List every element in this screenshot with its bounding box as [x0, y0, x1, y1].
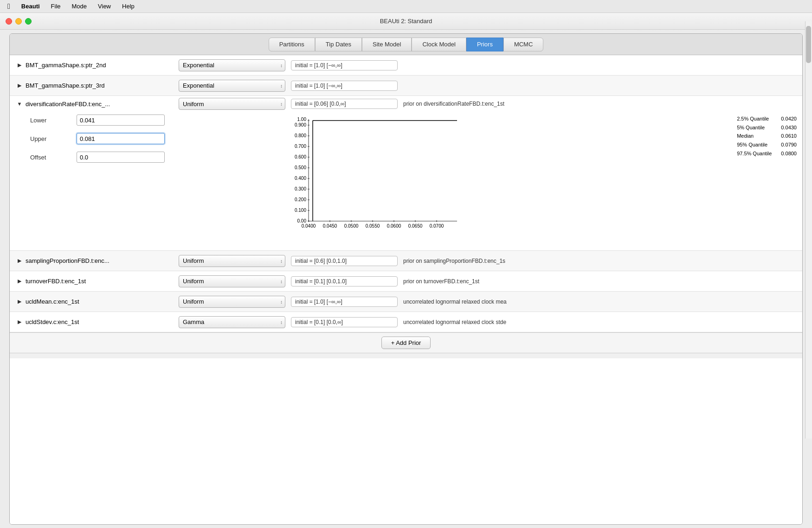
prior-desc-3: prior on diversificationRateFBD.t:enc_1s… [403, 101, 797, 107]
prior-distribution-3[interactable]: Uniform [179, 98, 285, 110]
stat-2.5: 2.5% Quantile 0.0420 [737, 115, 797, 123]
prior-row-2: BMT_gammaShape.s:ptr_3rd Exponential ↕ i… [10, 76, 802, 96]
chart-container: 0.00 0.100 0.200 0.300 0.400 0.500 0.600… [281, 115, 797, 246]
prior-initial-5: initial = [0.1] [0.0,1.0] [291, 276, 398, 286]
svg-text:0.100: 0.100 [295, 208, 306, 213]
menu-beauti[interactable]: Beauti [21, 3, 40, 10]
prior-distribution-1[interactable]: Exponential [179, 59, 285, 71]
stat-val-2.5: 0.0420 [781, 115, 797, 123]
expanded-section: Lower Upper Offset [15, 110, 797, 250]
prior-initial-6: initial = [1.0] [−∞,∞] [291, 297, 398, 307]
expand-btn-3[interactable] [15, 100, 24, 108]
expand-btn-7[interactable] [15, 318, 24, 326]
menu-view[interactable]: View [98, 3, 111, 10]
minimize-button[interactable] [15, 18, 22, 25]
svg-text:0.0700: 0.0700 [430, 223, 444, 229]
expand-btn-1[interactable] [15, 61, 24, 70]
prior-initial-1: initial = [1.0] [−∞,∞] [291, 60, 398, 70]
svg-text:0.0650: 0.0650 [408, 223, 423, 229]
expand-btn-5[interactable] [15, 277, 24, 286]
tab-site-model[interactable]: Site Model [362, 38, 412, 51]
svg-text:0.800: 0.800 [295, 133, 306, 138]
stat-95: 95% Quantile 0.0790 [737, 140, 797, 149]
apple-menu[interactable]:  [7, 2, 10, 11]
content-area: BMT_gammaShape.s:ptr_2nd Exponential ↕ i… [10, 55, 802, 525]
field-lower-input[interactable] [77, 115, 165, 126]
svg-text:0.00: 0.00 [297, 218, 307, 223]
prior-name-5: turnoverFBD.t:enc_1st [26, 278, 179, 285]
menu-help[interactable]: Help [122, 3, 135, 10]
tab-clock-model[interactable]: Clock Model [412, 38, 466, 51]
stat-val-97.5: 0.0800 [781, 149, 797, 158]
svg-text:0.0450: 0.0450 [323, 223, 337, 229]
field-lower: Lower [30, 115, 271, 126]
menu-mode[interactable]: Mode [72, 3, 87, 10]
prior-row-6: ucldMean.c:enc_1st Uniform ↕ initial = [… [10, 292, 802, 312]
prior-desc-5: prior on turnoverFBD.t:enc_1st [403, 278, 797, 285]
prior-row-4: samplingProportionFBD.t:enc... Uniform ↕… [10, 251, 802, 271]
prior-name-6: ucldMean.c:enc_1st [26, 298, 179, 305]
prior-row-1: BMT_gammaShape.s:ptr_2nd Exponential ↕ i… [10, 55, 802, 76]
prior-name-7: ucldStdev.c:enc_1st [26, 318, 179, 325]
svg-text:0.200: 0.200 [295, 197, 306, 202]
svg-text:0.0550: 0.0550 [366, 223, 380, 229]
prior-distribution-6[interactable]: Uniform [179, 296, 285, 308]
prior-select-wrap-6: Uniform ↕ [179, 296, 285, 308]
prior-row-5: turnoverFBD.t:enc_1st Uniform ↕ initial … [10, 271, 802, 292]
field-offset-input[interactable] [77, 152, 165, 163]
title-bar: BEAUti 2: Standard [0, 13, 812, 30]
field-upper-input[interactable] [77, 133, 165, 144]
svg-text:0.0600: 0.0600 [387, 223, 401, 229]
stat-label-95: 95% Quantile [737, 140, 767, 149]
prior-select-wrap-1: Exponential ↕ [179, 59, 285, 71]
prior-initial-7: initial = [0.1] [0.0,∞] [291, 317, 398, 327]
prior-select-wrap-2: Exponential ↕ [179, 80, 285, 92]
svg-text:1.00: 1.00 [297, 117, 307, 122]
svg-text:0.400: 0.400 [295, 176, 306, 181]
prior-distribution-5[interactable]: Uniform [179, 275, 285, 287]
prior-row-3: diversificationRateFBD.t:enc_... Uniform… [10, 96, 802, 251]
prior-name-2: BMT_gammaShape.s:ptr_3rd [26, 82, 179, 89]
tab-tip-dates[interactable]: Tip Dates [315, 38, 362, 51]
stat-label-median: Median [737, 132, 754, 140]
stat-label-2.5: 2.5% Quantile [737, 115, 769, 123]
svg-text:0.600: 0.600 [295, 154, 306, 159]
svg-text:0.500: 0.500 [295, 165, 306, 170]
prior-desc-4: prior on samplingProportionFBD.t:enc_1s [403, 258, 797, 264]
prior-distribution-2[interactable]: Exponential [179, 80, 285, 92]
field-offset: Offset [30, 152, 271, 163]
expand-btn-4[interactable] [15, 257, 24, 265]
menu-bar:  Beauti File Mode View Help [0, 0, 812, 13]
prior-distribution-7[interactable]: Gamma [179, 316, 285, 328]
prior-distribution-4[interactable]: Uniform [179, 255, 285, 267]
prior-select-wrap-5: Uniform ↕ [179, 275, 285, 287]
stat-label-97.5: 97.5% Quantile [737, 149, 772, 158]
tab-partitions[interactable]: Partitions [269, 38, 315, 51]
stat-val-95: 0.0790 [781, 140, 797, 149]
prior-initial-4: initial = [0.6] [0.0,1.0] [291, 256, 398, 266]
tab-bar: Partitions Tip Dates Site Model Clock Mo… [10, 34, 802, 55]
chart-stats: 2.5% Quantile 0.0420 5% Quantile 0.0430 … [737, 115, 797, 158]
stat-97.5: 97.5% Quantile 0.0800 [737, 149, 797, 158]
prior-select-wrap-3: Uniform ↕ [179, 98, 285, 110]
svg-text:0.0400: 0.0400 [302, 223, 316, 229]
main-window: Partitions Tip Dates Site Model Clock Mo… [9, 33, 803, 525]
bottom-bar: + Add Prior [10, 332, 802, 353]
maximize-button[interactable] [25, 18, 32, 25]
prior-name-3: diversificationRateFBD.t:enc_... [26, 101, 179, 108]
prior-initial-3: initial = [0.06] [0.0,∞] [291, 99, 398, 109]
traffic-lights [6, 18, 32, 25]
tab-mcmc[interactable]: MCMC [503, 38, 543, 51]
svg-text:0.300: 0.300 [295, 186, 306, 191]
prior-desc-6: uncorrelated lognormal relaxed clock mea [403, 299, 797, 305]
expand-btn-6[interactable] [15, 298, 24, 306]
h-scrollbar[interactable] [10, 353, 802, 358]
prior-row-7: ucldStdev.c:enc_1st Gamma ↕ initial = [0… [10, 312, 802, 332]
close-button[interactable] [6, 18, 12, 25]
expand-btn-2[interactable] [15, 82, 24, 90]
add-prior-button[interactable]: + Add Prior [381, 337, 431, 349]
prior-name-4: samplingProportionFBD.t:enc... [26, 257, 179, 264]
menu-file[interactable]: File [51, 3, 61, 10]
svg-text:0.0500: 0.0500 [344, 223, 359, 229]
tab-priors[interactable]: Priors [466, 38, 503, 51]
